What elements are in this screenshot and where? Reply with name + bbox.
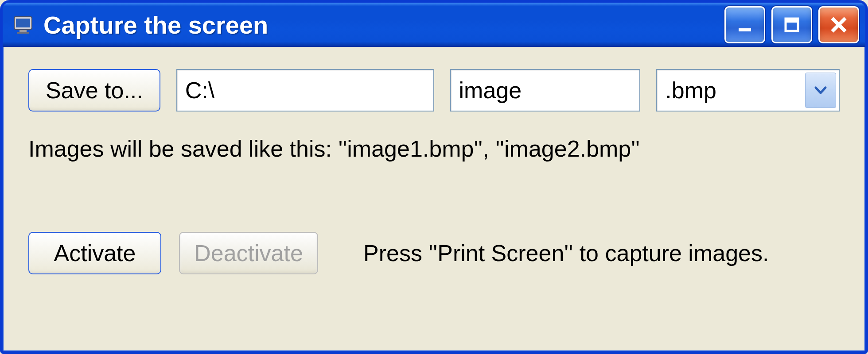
app-window: Capture the screen [0,0,868,354]
filename-input[interactable]: image [450,69,641,112]
path-value: C:\ [185,77,214,104]
filename-value: image [459,77,522,104]
minimize-icon [735,15,755,35]
deactivate-button[interactable]: Deactivate [179,232,318,274]
save-to-button[interactable]: Save to... [28,69,160,112]
window-title: Capture the screen [43,11,724,39]
svg-rect-4 [739,28,751,31]
extension-value: .bmp [665,77,716,104]
maximize-icon [782,15,802,35]
maximize-button[interactable] [771,6,812,43]
close-button[interactable] [818,6,859,43]
extension-select[interactable]: .bmp [656,69,840,112]
client-area: Save to... C:\ image .bmp Images will be… [5,47,863,349]
capture-instruction: Press ''Print Screen'' to capture images… [363,240,769,266]
minimize-button[interactable] [724,6,765,43]
title-bar[interactable]: Capture the screen [3,3,865,47]
action-row: Activate Deactivate Press ''Print Screen… [28,232,840,274]
svg-rect-6 [786,19,798,23]
svg-rect-3 [17,32,29,34]
save-pattern-hint: Images will be saved like this: ''image1… [28,135,840,162]
chevron-down-icon[interactable] [805,73,836,108]
deactivate-label: Deactivate [194,240,303,266]
save-row: Save to... C:\ image .bmp [28,69,840,112]
path-input[interactable]: C:\ [176,69,434,112]
svg-rect-1 [16,19,30,27]
activate-label: Activate [54,240,136,266]
activate-button[interactable]: Activate [28,232,161,274]
window-controls [724,6,859,43]
close-icon [829,15,849,35]
svg-rect-2 [19,30,27,32]
save-to-label: Save to... [46,77,143,104]
monitor-icon [12,14,34,35]
